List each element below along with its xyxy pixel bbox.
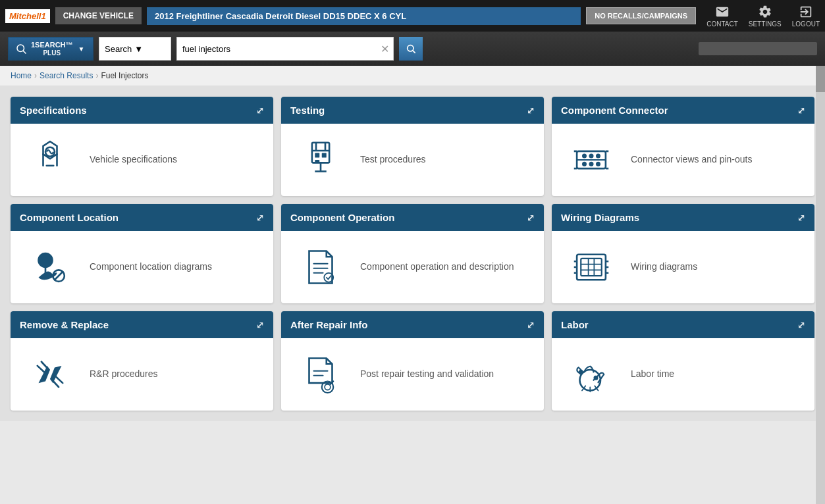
card-icon-component-operation (294, 244, 347, 290)
svg-rect-34 (581, 259, 602, 276)
card-description-component-location: Component location diagrams (90, 261, 212, 274)
card-component-location[interactable]: Component Location ⤢ Component location … (11, 204, 273, 303)
svg-rect-10 (322, 153, 327, 158)
svg-point-18 (596, 153, 600, 158)
expand-icon-component-connector[interactable]: ⤢ (797, 105, 805, 116)
svg-point-19 (582, 162, 587, 166)
breadcrumb-current: Fuel Injectors (101, 71, 148, 80)
card-labor[interactable]: Labor ⤢ Labor time (552, 311, 814, 411)
progress-bar (699, 42, 817, 55)
search-input[interactable] (177, 38, 377, 60)
search-go-button[interactable] (399, 37, 423, 61)
svg-line-3 (413, 51, 415, 53)
scrollbar-thumb[interactable] (816, 66, 825, 92)
logout-button[interactable]: LOGOUT (792, 5, 820, 28)
card-specifications[interactable]: Specifications ⤢ Vehicle specifications (11, 97, 273, 196)
card-component-connector[interactable]: Component Connector ⤢ Connector views an… (552, 97, 814, 196)
svg-rect-11 (315, 160, 319, 163)
card-icon-wiring-diagrams (565, 244, 618, 290)
no-recalls-button[interactable]: NO RECALLS/CAMPAIGNS (586, 7, 696, 24)
card-header-labor: Labor ⤢ (552, 311, 814, 338)
scrollbar[interactable] (816, 66, 825, 421)
settings-button[interactable]: SETTINGS (749, 5, 782, 28)
svg-point-17 (589, 153, 594, 158)
expand-icon-labor[interactable]: ⤢ (797, 320, 805, 330)
card-header-after-repair: After Repair Info ⤢ (281, 311, 544, 338)
card-testing[interactable]: Testing ⤢ Test procedures (281, 97, 544, 196)
card-title-component-operation: Component Operation (290, 212, 394, 223)
card-icon-specifications (24, 137, 76, 183)
main-content: Specifications ⤢ Vehicle specifications … (0, 86, 825, 421)
svg-line-1 (23, 51, 26, 54)
breadcrumb-home[interactable]: Home (11, 71, 32, 80)
svg-point-20 (589, 162, 594, 166)
svg-point-21 (596, 162, 600, 166)
card-header-specifications: Specifications ⤢ (11, 97, 273, 124)
card-header-component-connector: Component Connector ⤢ (552, 97, 814, 124)
card-body-component-location: Component location diagrams (11, 231, 273, 303)
expand-icon-remove-replace[interactable]: ⤢ (256, 320, 264, 330)
card-body-after-repair: Post repair testing and validation (281, 338, 544, 411)
svg-point-0 (17, 45, 24, 52)
search-input-wrap: ✕ (176, 37, 394, 61)
svg-point-2 (408, 45, 413, 51)
card-remove-replace[interactable]: Remove & Replace ⤢ R&R procedures (11, 311, 273, 411)
card-title-labor: Labor (561, 319, 589, 330)
card-header-remove-replace: Remove & Replace ⤢ (11, 311, 273, 338)
expand-icon-wiring-diagrams[interactable]: ⤢ (797, 213, 805, 223)
search-bar: 1SEARCH™ PLUS ▼ Search ▼ ✕ (0, 32, 825, 66)
change-vehicle-button[interactable]: CHANGE VEHICLE (55, 7, 142, 24)
card-title-testing: Testing (290, 105, 325, 116)
clear-search-button[interactable]: ✕ (377, 43, 393, 55)
card-title-wiring-diagrams: Wiring Diagrams (561, 212, 639, 223)
card-description-labor: Labor time (631, 368, 674, 381)
card-title-specifications: Specifications (20, 105, 87, 116)
card-title-remove-replace: Remove & Replace (20, 319, 109, 330)
svg-point-51 (594, 376, 599, 380)
card-header-component-location: Component Location ⤢ (11, 204, 273, 231)
card-body-component-operation: Component operation and description (281, 231, 544, 303)
card-description-testing: Test procedures (360, 153, 426, 166)
app-logo: Mitchell1 (5, 9, 50, 23)
card-icon-remove-replace (24, 351, 76, 397)
card-icon-component-connector (565, 137, 618, 183)
card-header-testing: Testing ⤢ (281, 97, 544, 124)
card-title-component-location: Component Location (20, 212, 119, 223)
svg-point-50 (579, 370, 583, 374)
card-wiring-diagrams[interactable]: Wiring Diagrams ⤢ Wiring diagrams (552, 204, 814, 303)
top-bar: Mitchell1 CHANGE VEHICLE 2012 Freightlin… (0, 0, 825, 32)
card-icon-component-location (24, 244, 76, 290)
expand-icon-testing[interactable]: ⤢ (527, 105, 535, 116)
search-type-dropdown[interactable]: Search ▼ (99, 37, 171, 61)
card-body-component-connector: Connector views and pin-outs (552, 124, 814, 196)
card-body-specifications: Vehicle specifications (11, 124, 273, 196)
card-body-remove-replace: R&R procedures (11, 338, 273, 411)
card-header-wiring-diagrams: Wiring Diagrams ⤢ (552, 204, 814, 231)
card-description-specifications: Vehicle specifications (90, 153, 177, 166)
expand-icon-specifications[interactable]: ⤢ (256, 105, 264, 116)
card-title-component-connector: Component Connector (561, 105, 668, 116)
card-after-repair[interactable]: After Repair Info ⤢ Post repair testing … (281, 311, 544, 411)
svg-rect-9 (315, 153, 319, 158)
contact-button[interactable]: CONTACT (706, 5, 738, 28)
card-icon-after-repair (294, 351, 347, 397)
card-title-after-repair: After Repair Info (290, 319, 368, 330)
card-component-operation[interactable]: Component Operation ⤢ Component operatio… (281, 204, 544, 303)
svg-point-27 (43, 257, 49, 263)
svg-rect-5 (312, 143, 329, 163)
card-description-wiring-diagrams: Wiring diagrams (631, 261, 697, 274)
card-description-after-repair: Post repair testing and validation (360, 368, 494, 381)
breadcrumb-search-results[interactable]: Search Results (40, 71, 93, 80)
card-body-labor: Labor time (552, 338, 814, 411)
svg-point-48 (325, 384, 331, 390)
cards-grid: Specifications ⤢ Vehicle specifications … (11, 97, 814, 411)
expand-icon-after-repair[interactable]: ⤢ (527, 320, 535, 330)
onesearch-button[interactable]: 1SEARCH™ PLUS ▼ (8, 37, 93, 61)
card-description-remove-replace: R&R procedures (90, 368, 158, 381)
card-body-wiring-diagrams: Wiring diagrams (552, 231, 814, 303)
vehicle-title: 2012 Freightliner Cascadia Detroit Diese… (147, 7, 581, 25)
svg-point-16 (582, 153, 587, 158)
expand-icon-component-operation[interactable]: ⤢ (527, 213, 535, 223)
expand-icon-component-location[interactable]: ⤢ (256, 213, 264, 223)
card-icon-labor (565, 351, 618, 397)
